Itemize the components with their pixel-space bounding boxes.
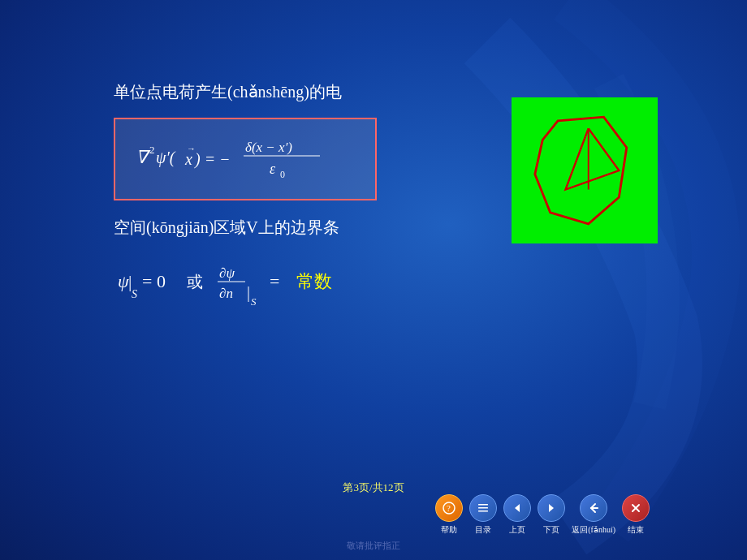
return-button[interactable] <box>580 494 607 522</box>
green-image-box <box>512 97 658 243</box>
return-label: 返回(fǎnhuí) <box>572 524 615 536</box>
formula2-container: ψ | S = 0 或 ∂ψ ∂n | S = 常数 <box>114 253 698 310</box>
return-icon <box>587 502 600 515</box>
menu-icon <box>477 502 490 515</box>
next-label: 下页 <box>543 524 559 536</box>
navigation-controls[interactable]: ? 帮助 目录 上页 下页 <box>435 494 650 536</box>
svg-text:=: = <box>270 271 279 291</box>
svg-text:x: x <box>184 150 192 168</box>
prev-icon <box>511 502 524 515</box>
nav-item-prev[interactable]: 上页 <box>503 494 531 536</box>
help-label: 帮助 <box>441 524 457 536</box>
svg-marker-30 <box>549 504 554 512</box>
formula1-box: ∇ 2 ψ′( → x ) = − δ(x − x′) ε 0 <box>114 118 377 200</box>
shape-drawing-svg <box>520 106 650 235</box>
svg-text:∂ψ: ∂ψ <box>219 265 235 281</box>
nav-item-return[interactable]: 返回(fǎnhuí) <box>572 494 615 536</box>
page-indicator: 第3页/共12页 <box>343 480 404 495</box>
nav-item-close[interactable]: 结束 <box>622 494 650 536</box>
next-icon <box>545 502 558 515</box>
svg-text:∂n: ∂n <box>219 286 233 301</box>
prev-label: 上页 <box>509 524 525 536</box>
svg-text:S: S <box>132 288 137 300</box>
svg-text:= 0: = 0 <box>142 271 166 291</box>
svg-text:ψ′(: ψ′( <box>156 149 176 167</box>
svg-text:或: 或 <box>187 273 203 291</box>
menu-button[interactable] <box>469 494 497 522</box>
prev-button[interactable] <box>503 494 531 522</box>
svg-text:) = −: ) = − <box>194 150 231 169</box>
nav-item-help[interactable]: ? 帮助 <box>435 494 463 536</box>
close-label: 结束 <box>628 524 644 536</box>
menu-label: 目录 <box>475 524 491 536</box>
svg-rect-26 <box>478 504 488 506</box>
svg-marker-22 <box>535 117 627 224</box>
formula1-svg: ∇ 2 ψ′( → x ) = − δ(x − x′) ε 0 <box>132 129 359 186</box>
close-icon <box>629 502 642 515</box>
help-button[interactable]: ? <box>435 494 463 522</box>
svg-text:S: S <box>251 295 257 308</box>
svg-text:δ(x − x′): δ(x − x′) <box>245 140 292 155</box>
formula2-svg: ψ | S = 0 或 ∂ψ ∂n | S = 常数 <box>114 253 463 310</box>
nav-item-menu[interactable]: 目录 <box>469 494 497 536</box>
svg-text:2: 2 <box>149 144 155 156</box>
svg-rect-27 <box>478 507 488 509</box>
nav-item-next[interactable]: 下页 <box>538 494 565 536</box>
svg-text:0: 0 <box>280 169 285 180</box>
svg-marker-29 <box>515 504 520 512</box>
svg-text:|: | <box>247 283 250 302</box>
watermark: 敬请批评指正 <box>347 540 400 552</box>
svg-text:?: ? <box>447 503 451 513</box>
svg-text:常数: 常数 <box>296 271 332 291</box>
svg-rect-28 <box>478 510 488 512</box>
next-button[interactable] <box>538 494 565 522</box>
close-button[interactable] <box>622 494 650 522</box>
svg-text:ψ: ψ <box>118 271 129 291</box>
svg-text:ε: ε <box>270 161 276 177</box>
help-icon: ? <box>443 502 456 515</box>
